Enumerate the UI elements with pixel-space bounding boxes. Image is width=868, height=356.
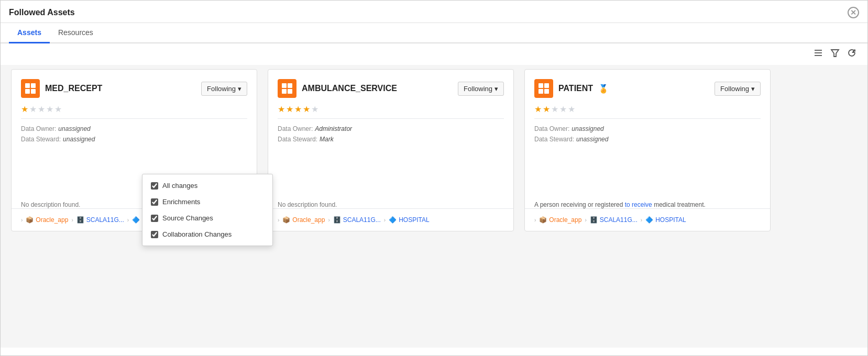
checkbox-enrichments[interactable] (151, 198, 158, 206)
card-footer: › 📦 Oracle_app › 🗄️ SCALA11G... › 🔷 HOSP… (525, 208, 770, 231)
all-changes-label: All changes (162, 182, 197, 190)
following-dropdown: All changes Enrichments Source Changes C… (142, 174, 273, 246)
list-view-icon[interactable] (813, 48, 823, 61)
asset-icon (21, 79, 40, 98)
footer-sep1: › (328, 217, 329, 223)
asset-icon (278, 79, 296, 98)
close-button[interactable]: ✕ (848, 7, 859, 18)
stack-icon: 🗄️ (590, 216, 598, 224)
footer-hospital[interactable]: 🔷 HOSPITAL (645, 216, 686, 224)
footer-oracle-app[interactable]: 📦 Oracle_app (539, 216, 581, 224)
star-1: ★ (278, 104, 285, 114)
oracle-box-icon: 📦 (26, 216, 34, 224)
star-4: ★ (46, 104, 53, 114)
star-3: ★ (551, 104, 558, 114)
data-steward-row: Data Steward: unassigned (21, 136, 247, 143)
dropdown-arrow: ▾ (238, 85, 241, 93)
following-button-patient[interactable]: Following ▾ (715, 82, 761, 96)
svg-rect-7 (25, 89, 30, 94)
footer-hospital[interactable]: 🔷 HOSPITAL (389, 216, 429, 224)
checkbox-collab-changes[interactable] (151, 231, 158, 238)
card-title-row: MED_RECEPT (21, 79, 102, 98)
footer-scala[interactable]: 🗄️ SCALA11G... (76, 216, 124, 224)
asset-icon (534, 79, 553, 98)
data-steward-row: Data Steward: Mark (278, 136, 504, 143)
card-meta: Data Owner: unassigned Data Steward: una… (525, 125, 770, 198)
star-3: ★ (294, 104, 302, 114)
following-label: Following (207, 85, 236, 93)
dropdown-item-all-changes[interactable]: All changes (142, 177, 272, 194)
dropdown-item-source-changes[interactable]: Source Changes (142, 210, 272, 226)
card-title-row: PATIENT 🏅 (534, 79, 609, 98)
hospital-label: HOSPITAL (399, 216, 429, 224)
oracle-app-label: Oracle_app (36, 216, 68, 224)
card-footer: › 📦 Oracle_app › 🗄️ SCALA11G... › 🔷 HOSP… (268, 208, 513, 231)
filter-icon[interactable] (830, 48, 840, 61)
dropdown-item-enrichments[interactable]: Enrichments (142, 194, 272, 210)
tab-resources[interactable]: Resources (50, 23, 102, 43)
data-owner-value: unassigned (572, 125, 603, 132)
data-owner-label: Data Owner: (534, 125, 569, 132)
following-label: Following (720, 85, 749, 93)
description: No description found. (268, 198, 513, 208)
svg-rect-10 (288, 83, 292, 88)
data-owner-label: Data Owner: (278, 125, 313, 132)
tabs-bar: Assets Resources (1, 23, 867, 43)
following-button-ambulance[interactable]: Following ▾ (458, 82, 504, 96)
cards-row: MED_RECEPT Following ▾ ★ ★ ★ ★ ★ (11, 69, 857, 231)
data-steward-label: Data Steward: (21, 136, 61, 143)
stack-icon: 🗄️ (333, 216, 341, 224)
footer-arrow: › (278, 217, 279, 223)
data-owner-value: unassigned (58, 125, 90, 132)
card-ambulance-service: AMBULANCE_SERVICE Following ▾ ★ ★ ★ ★ ★ (268, 69, 514, 231)
content-area: MED_RECEPT Following ▾ ★ ★ ★ ★ ★ (1, 65, 867, 348)
toolbar (1, 43, 867, 65)
refresh-icon[interactable] (847, 48, 857, 61)
svg-rect-11 (282, 89, 287, 94)
hospital-icon: 🔷 (132, 216, 140, 224)
scala-label: SCALA11G... (86, 216, 124, 224)
footer-arrow: › (21, 217, 23, 223)
star-5: ★ (568, 104, 575, 114)
dropdown-item-collab-changes[interactable]: Collaboration Changes (142, 226, 272, 242)
svg-rect-6 (31, 83, 36, 88)
card-header: AMBULANCE_SERVICE Following ▾ (268, 70, 513, 104)
footer-scala[interactable]: 🗄️ SCALA11G... (590, 216, 638, 224)
data-steward-value: Mark (320, 136, 334, 143)
footer-sep2: › (641, 217, 642, 223)
star-1: ★ (534, 104, 542, 114)
card-header: PATIENT 🏅 Following ▾ (525, 70, 770, 104)
dropdown-arrow: ▾ (495, 85, 498, 93)
following-button-med-recept[interactable]: Following ▾ (201, 82, 247, 96)
svg-rect-16 (544, 89, 549, 94)
footer-arrow: › (534, 217, 536, 223)
footer-oracle-app[interactable]: 📦 Oracle_app (282, 216, 325, 224)
stack-icon: 🗄️ (76, 216, 84, 224)
scala-label: SCALA11G... (343, 216, 381, 224)
star-3: ★ (38, 104, 45, 114)
checkbox-source-changes[interactable] (151, 215, 158, 222)
hospital-icon: 🔷 (645, 216, 653, 224)
star-5: ★ (54, 104, 62, 114)
source-changes-label: Source Changes (162, 214, 213, 222)
footer-scala[interactable]: 🗄️ SCALA11G... (333, 216, 381, 224)
footer-sep1: › (71, 217, 73, 223)
data-steward-label: Data Steward: (278, 136, 317, 143)
window-title: Followed Assets (9, 8, 75, 17)
star-5: ★ (311, 104, 318, 114)
hospital-icon: 🔷 (389, 216, 397, 224)
main-window: Followed Assets ✕ Assets Resources (0, 0, 868, 356)
checkbox-all-changes[interactable] (151, 182, 158, 190)
star-4: ★ (559, 104, 567, 114)
data-owner-row: Data Owner: unassigned (534, 125, 761, 132)
data-steward-label: Data Steward: (534, 136, 574, 143)
tab-assets[interactable]: Assets (9, 23, 50, 43)
star-2: ★ (543, 104, 550, 114)
oracle-app-label: Oracle_app (549, 216, 581, 224)
certified-badge-icon: 🏅 (598, 84, 609, 94)
svg-rect-5 (25, 83, 30, 88)
svg-rect-9 (282, 83, 287, 88)
footer-oracle-app[interactable]: 📦 Oracle_app (26, 216, 68, 224)
svg-rect-14 (544, 83, 549, 88)
star-2: ★ (29, 104, 37, 114)
